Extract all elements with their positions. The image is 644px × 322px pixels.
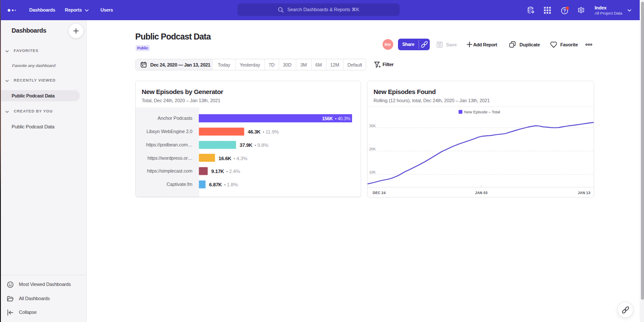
svg-text:DEC 24: DEC 24 bbox=[373, 191, 386, 195]
svg-text:30K: 30K bbox=[369, 124, 376, 128]
svg-text:JAN 03: JAN 03 bbox=[475, 191, 488, 195]
svg-text:20K: 20K bbox=[369, 147, 376, 151]
svg-text:?: ? bbox=[563, 9, 566, 13]
svg-text:JAN 13: JAN 13 bbox=[578, 191, 591, 195]
svg-text:10K: 10K bbox=[369, 170, 376, 174]
